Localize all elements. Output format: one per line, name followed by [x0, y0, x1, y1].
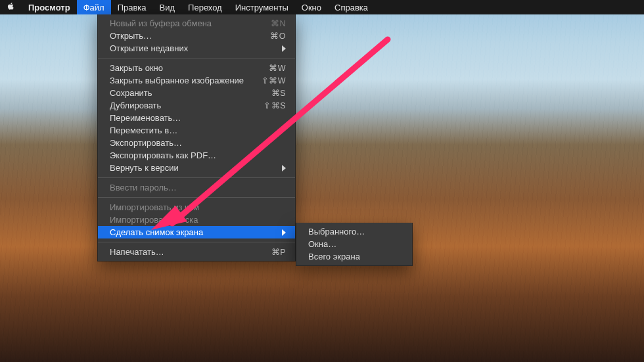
menu-help-label: Справка: [334, 3, 368, 12]
menu-tools-label: Инструменты: [235, 3, 288, 12]
screenshot-submenu: Выбранного…Окна…Всего экрана: [296, 223, 413, 266]
chevron-right-icon: [279, 165, 286, 171]
menu-window[interactable]: Окно: [295, 0, 328, 14]
menu-item-label: Переименовать…: [110, 113, 286, 123]
menu-item-label: Закрыть окно: [110, 63, 260, 73]
menu-item-shortcut: ⇧⌘W: [252, 76, 286, 85]
app-name[interactable]: Просмотр: [22, 0, 77, 14]
menu-go-label: Переход: [188, 3, 222, 12]
menu-item-shortcut: ⇧⌘S: [254, 101, 286, 110]
apple-menu[interactable]: [7, 0, 22, 14]
menu-item: Ввести пароль…: [98, 181, 295, 194]
menu-edit-label: Правка: [118, 3, 147, 12]
menu-item-label: Импортировать из кам: [110, 202, 286, 212]
desktop-wallpaper: [0, 0, 644, 362]
menu-separator: [98, 58, 295, 58]
menu-file-label: Файл: [83, 3, 104, 12]
menu-edit[interactable]: Правка: [111, 0, 153, 14]
menu-item-label: Открытие недавних: [110, 43, 279, 53]
menu-file[interactable]: Файл: [77, 0, 111, 14]
menu-item[interactable]: Закрыть окно⌘W: [98, 62, 295, 74]
menu-go[interactable]: Переход: [181, 0, 229, 14]
submenu-item[interactable]: Выбранного…: [296, 225, 412, 238]
menu-item-label: Ввести пароль…: [110, 183, 286, 192]
menu-item-shortcut: ⌘P: [262, 247, 286, 257]
menubar: Просмотр Файл Правка Вид Переход Инструм…: [0, 0, 644, 14]
menu-item-shortcut: ⌘S: [262, 88, 286, 98]
menu-item-label: Экспортировать…: [110, 138, 286, 148]
menu-item-shortcut: ⌘O: [261, 31, 286, 41]
menu-item[interactable]: Переименовать…: [98, 112, 295, 124]
menu-separator: [98, 197, 295, 198]
apple-icon: [7, 2, 15, 12]
menu-item[interactable]: Закрыть выбранное изображение⇧⌘W: [98, 74, 295, 87]
menu-item[interactable]: Напечатать…⌘P: [98, 246, 295, 258]
menu-separator: [98, 177, 295, 178]
menu-view-label: Вид: [160, 3, 175, 12]
menu-item-label: Напечатать…: [110, 247, 262, 257]
menu-item-label: Дублировать: [110, 101, 254, 110]
menu-item-label: Новый из буфера обмена: [110, 18, 262, 28]
menu-item[interactable]: Открыть…⌘O: [98, 30, 295, 42]
menu-item-shortcut: ⌘N: [262, 18, 286, 28]
menu-item[interactable]: Сделать снимок экрана: [98, 226, 295, 238]
menu-item[interactable]: Вернуть к версии: [98, 162, 295, 174]
menu-item[interactable]: Экспортировать как PDF…: [98, 149, 295, 162]
menu-tools[interactable]: Инструменты: [229, 0, 295, 14]
file-menu-dropdown: Новый из буфера обмена⌘NОткрыть…⌘OОткрыт…: [97, 14, 296, 261]
app-name-label: Просмотр: [28, 3, 70, 12]
menu-item-label: Сделать снимок экрана: [110, 227, 279, 237]
menu-item-label: Вернуть к версии: [110, 163, 279, 173]
submenu-item[interactable]: Всего экрана: [296, 250, 412, 263]
menu-item-label: Закрыть выбранное изображение: [110, 76, 252, 85]
submenu-item[interactable]: Окна…: [296, 238, 412, 250]
submenu-item-label: Выбранного…: [308, 227, 403, 237]
chevron-right-icon: [279, 229, 286, 236]
menu-help[interactable]: Справка: [328, 0, 375, 14]
submenu-item-label: Окна…: [308, 239, 403, 249]
menu-item-label: Сохранить: [110, 88, 262, 98]
chevron-right-icon: [279, 45, 286, 52]
menu-item[interactable]: Переместить в…: [98, 124, 295, 137]
menu-item: Новый из буфера обмена⌘N: [98, 17, 295, 30]
menu-separator: [98, 242, 295, 242]
menu-window-label: Окно: [302, 3, 321, 12]
menu-item-label: Импортировать со ска: [110, 215, 286, 225]
menu-item: Импортировать из кам: [98, 201, 295, 214]
menu-item[interactable]: Дублировать⇧⌘S: [98, 99, 295, 112]
menu-item-label: Открыть…: [110, 31, 261, 41]
menu-item-label: Экспортировать как PDF…: [110, 150, 286, 160]
menu-item[interactable]: Открытие недавних: [98, 42, 295, 55]
menu-item-shortcut: ⌘W: [260, 63, 286, 73]
menu-item[interactable]: Экспортировать…: [98, 137, 295, 149]
menu-item: Импортировать со ска: [98, 214, 295, 226]
menu-item-label: Переместить в…: [110, 125, 286, 135]
menu-item[interactable]: Сохранить⌘S: [98, 87, 295, 99]
menu-view[interactable]: Вид: [153, 0, 182, 14]
submenu-item-label: Всего экрана: [308, 252, 403, 261]
